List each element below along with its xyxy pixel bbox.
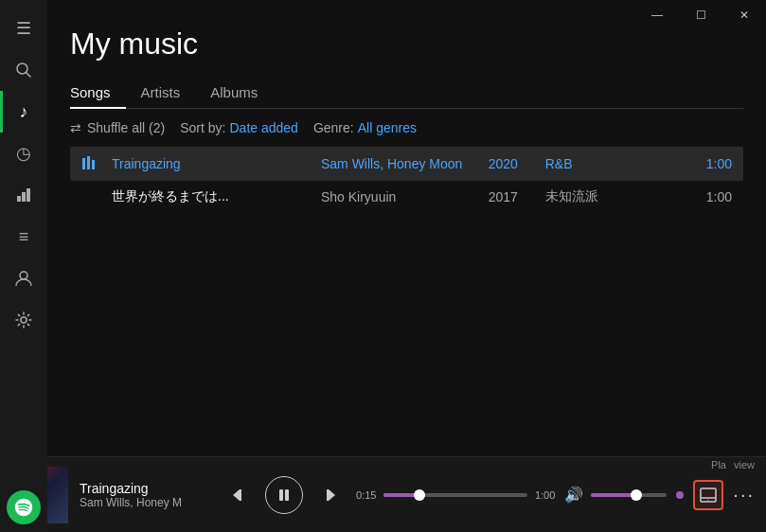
svg-point-18 bbox=[708, 500, 709, 501]
svg-point-6 bbox=[21, 317, 27, 323]
svg-rect-9 bbox=[92, 160, 95, 169]
genre-control: Genre: All genres bbox=[313, 120, 417, 135]
now-playing-title: Traingazing bbox=[80, 481, 212, 496]
tab-songs[interactable]: Songs bbox=[70, 77, 126, 108]
svg-rect-4 bbox=[27, 188, 30, 202]
svg-rect-7 bbox=[82, 158, 85, 169]
shuffle-label: Shuffle all (2) bbox=[87, 120, 165, 135]
playback-controls bbox=[231, 476, 337, 514]
tabs: Songs Artists Albums bbox=[70, 77, 743, 109]
svg-marker-10 bbox=[233, 489, 240, 501]
shuffle-button[interactable]: ⇄ Shuffle all (2) bbox=[70, 120, 165, 135]
maximize-button[interactable]: ☐ bbox=[679, 0, 722, 30]
sort-control: Sort by: Date added bbox=[180, 120, 298, 135]
genre-value[interactable]: All genres bbox=[358, 120, 417, 135]
spotify-button[interactable] bbox=[7, 490, 41, 524]
sidebar-icon-user[interactable] bbox=[0, 257, 47, 299]
sidebar-icon-music[interactable]: ♪ bbox=[0, 91, 47, 133]
volume-area: 🔊 bbox=[564, 486, 667, 504]
skip-back-button[interactable] bbox=[231, 487, 248, 504]
toolbar: ⇄ Shuffle all (2) Sort by: Date added Ge… bbox=[70, 109, 743, 147]
pause-button[interactable] bbox=[265, 476, 303, 514]
volume-icon: 🔊 bbox=[564, 486, 583, 504]
svg-rect-11 bbox=[240, 489, 241, 501]
progress-thumb bbox=[414, 489, 425, 501]
song-duration-2: 1:00 bbox=[685, 189, 732, 204]
tab-artists[interactable]: Artists bbox=[126, 77, 196, 108]
progress-track[interactable] bbox=[383, 493, 526, 497]
svg-rect-12 bbox=[279, 489, 283, 501]
song-list: Traingazing Sam Wills, Honey Moon 2020 R… bbox=[70, 147, 743, 213]
song-artist-2: Sho Kiryuuin bbox=[321, 189, 489, 204]
sort-value[interactable]: Date added bbox=[229, 120, 297, 135]
now-playing-artist: Sam Wills, Honey M bbox=[80, 496, 212, 509]
svg-line-1 bbox=[27, 73, 31, 78]
sidebar-icon-recent[interactable]: ◷ bbox=[0, 133, 47, 174]
song-year-1: 2020 bbox=[489, 156, 545, 171]
current-time: 0:15 bbox=[356, 489, 376, 501]
skip-forward-button[interactable] bbox=[320, 487, 337, 504]
song-genre-2: 未知流派 bbox=[545, 188, 685, 205]
shuffle-icon: ⇄ bbox=[70, 120, 81, 135]
view-label-text: view bbox=[734, 459, 755, 470]
page-title: My music bbox=[70, 27, 743, 62]
progress-area: 0:15 1:00 bbox=[356, 489, 555, 501]
song-duration-1: 1:00 bbox=[685, 156, 732, 171]
song-title-1: Traingazing bbox=[112, 156, 321, 171]
playing-icon bbox=[81, 154, 104, 173]
table-row[interactable]: Traingazing Sam Wills, Honey Moon 2020 R… bbox=[70, 147, 743, 181]
svg-marker-14 bbox=[329, 489, 335, 501]
more-options-button[interactable]: ··· bbox=[733, 484, 755, 505]
song-year-2: 2017 bbox=[489, 189, 545, 204]
volume-fill bbox=[591, 493, 636, 497]
volume-dot bbox=[676, 491, 684, 499]
sidebar: ☰ ♪ ◷ ≡ bbox=[0, 0, 47, 532]
now-playing-view-button[interactable] bbox=[693, 480, 723, 510]
sidebar-icon-search[interactable] bbox=[0, 49, 47, 91]
tab-albums[interactable]: Albums bbox=[195, 77, 273, 108]
volume-thumb bbox=[631, 489, 642, 501]
svg-rect-8 bbox=[87, 156, 90, 169]
svg-rect-2 bbox=[17, 196, 21, 202]
track-info: Traingazing Sam Wills, Honey M bbox=[80, 481, 212, 509]
play-label-text: Pla bbox=[711, 459, 726, 470]
song-artist-1: Sam Wills, Honey Moon bbox=[321, 156, 489, 171]
title-bar: — ☐ ✕ bbox=[635, 0, 766, 30]
svg-rect-13 bbox=[285, 489, 289, 501]
main-content: My music Songs Artists Albums ⇄ Shuffle … bbox=[47, 0, 766, 456]
sidebar-icon-list[interactable]: ≡ bbox=[0, 216, 47, 257]
song-genre-1: R&B bbox=[545, 156, 685, 171]
close-button[interactable]: ✕ bbox=[722, 0, 766, 30]
sort-by-label: Sort by: bbox=[180, 120, 225, 135]
sidebar-icon-settings[interactable] bbox=[0, 299, 47, 341]
progress-bar-container: 0:15 1:00 bbox=[356, 489, 555, 501]
song-title-2: 世界が終るまでは... bbox=[112, 188, 321, 205]
sidebar-icon-chart[interactable] bbox=[0, 174, 47, 216]
player-right-controls: 🔊 ··· bbox=[564, 480, 755, 510]
genre-label: Genre: bbox=[313, 120, 354, 135]
sidebar-icon-menu[interactable]: ☰ bbox=[0, 8, 47, 49]
total-time: 1:00 bbox=[535, 489, 555, 501]
minimize-button[interactable]: — bbox=[635, 0, 679, 30]
svg-rect-16 bbox=[701, 488, 716, 502]
svg-rect-15 bbox=[327, 489, 329, 501]
volume-track[interactable] bbox=[591, 493, 667, 497]
now-playing-bar: Pla view Traingazing Sam Wills, Honey M bbox=[0, 456, 766, 532]
svg-point-5 bbox=[20, 272, 27, 279]
svg-rect-3 bbox=[22, 192, 26, 202]
now-playing-label: Pla view bbox=[711, 459, 755, 470]
table-row[interactable]: 世界が終るまでは... Sho Kiryuuin 2017 未知流派 1:00 bbox=[70, 181, 743, 213]
